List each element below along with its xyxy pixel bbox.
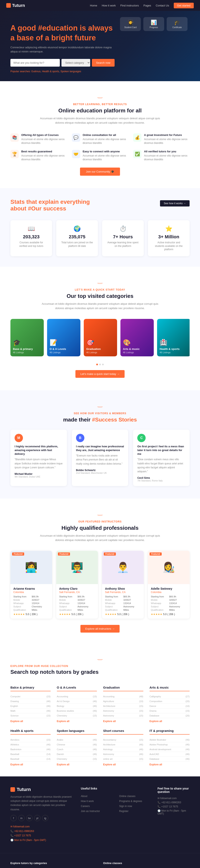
nav-pages[interactable]: Pages [144,4,151,7]
list-item[interactable]: Database(46) [150,757,190,762]
list-item[interactable]: Chemistry(15) [57,713,97,718]
feature-title-3: A great Investment for Future [144,133,190,136]
footer-link-how[interactable]: How it work [81,800,94,803]
list-item[interactable]: Astronomy(15) [103,713,143,718]
list-item[interactable]: Biology(46) [57,704,97,709]
popular-item-2[interactable]: Health & sports [42,70,59,73]
footer-link-about[interactable]: About [81,795,87,798]
stat-card-3: ⏱️ 7+ Hours Average learning time spent … [102,220,144,256]
popular-item-3[interactable]: Spoken languages [60,70,81,73]
story-role-1: 9th Standard, Dubai UAE [15,475,63,478]
social-youtube[interactable]: yt [34,815,40,821]
explore-link-7[interactable]: Explore all [103,763,116,766]
list-item[interactable]: Athletics(46) [10,742,51,747]
social-instagram[interactable]: ig [42,815,48,821]
see-how-button[interactable]: See how it works → [160,200,190,207]
list-item[interactable]: Drawing(46) [10,699,51,704]
category-select[interactable]: Select category [61,59,90,67]
search-col-list-7: Accountancy(15) Architecture(46) Astrolo… [103,738,143,762]
quick-start-button[interactable]: Let's make a quick start today → [76,370,124,378]
hero-card-2: 📊 Progress [143,17,164,31]
instructor-rating-1: ★★★★★ 5.0 (206) [13,613,49,616]
explore-link-8[interactable]: Explore all [150,763,162,766]
explore-link-6[interactable]: Explore all [57,763,69,766]
join-community-button[interactable]: Join our Community 🎓 [80,167,120,176]
hero-subtext: Connecteur adipiscing elitredo eiusmod t… [10,45,115,54]
social-twitter[interactable]: tw [26,815,32,821]
list-item[interactable]: Agriculture(10) [103,699,143,704]
category-card-5[interactable]: 🏥 Health & sports 46 Listings [157,319,190,356]
instructor-card-3: 👨‍💼 Featured Anthony Shoo Salt Fernando,… [102,551,144,619]
navbar: Tuturn Home How it work Find instructors… [0,0,200,11]
nav-links: Home How it work Find instructors Pages … [90,3,194,8]
list-item[interactable]: Accountancy(15) [103,738,143,742]
list-item[interactable]: Dance(10) [150,704,190,709]
list-item[interactable]: Science(15) [10,713,51,718]
footer-link-careers[interactable]: Careers [81,805,90,808]
footer-link-register[interactable]: Register [119,810,128,813]
list-item[interactable]: Astronomy(15) [103,709,143,713]
category-card-2[interactable]: 📝 O & A Levels 46 Listings [47,319,80,356]
list-item[interactable]: Baseball(14) [10,752,51,757]
list-item[interactable]: Computer(15) [10,694,51,699]
list-item[interactable]: Art & Design(46) [57,699,97,704]
list-item[interactable]: Architecture(15) [103,704,143,709]
explore-link-1[interactable]: Explore all [10,720,23,723]
list-item[interactable]: Astrology(46) [103,747,143,752]
category-card-4[interactable]: 🎨 Arts & music 46 Listings [120,319,154,356]
search-col-6: Spoken languages Arabic(46) Chinese(46) … [57,729,97,766]
footer-link-programs[interactable]: Programs & degrees [119,800,142,803]
footer-link-online[interactable]: Online classes [119,795,136,798]
footer-link-join[interactable]: Join as Instructor [81,810,100,813]
list-item[interactable]: Aerobics(15) [10,738,51,742]
list-item[interactable]: Arabic(46) [57,738,97,742]
list-item[interactable]: Architecture(46) [103,742,143,747]
explore-link-5[interactable]: Explore all [10,763,23,766]
stories-label: See how our visitors & members [10,412,190,415]
list-item[interactable]: AutoCAD(46) [150,752,190,757]
nav-home[interactable]: Home [90,4,97,7]
search-col-heading-6: Spoken languages [57,729,97,735]
list-item[interactable]: Astronomy(46) [103,752,143,757]
feature-icon-1: 📚 [10,133,19,142]
footer-link-signin[interactable]: Sign in now [119,805,132,808]
explore-link-3[interactable]: Explore all [103,720,116,723]
feature-desc-6: Accumsan et utome vilio dignose seros di… [144,154,190,161]
list-item[interactable]: Czech(46) [57,747,97,752]
list-item[interactable]: Calligraphy(27) [150,694,190,699]
list-item[interactable]: Badminton(46) [10,747,51,752]
popular-item-1[interactable]: Guitmus [31,70,40,73]
category-card-1[interactable]: 🎓 Base & primary 46 Listings [10,319,44,356]
list-item[interactable]: Accounting(48) [103,694,143,699]
get-started-button[interactable]: Get started [174,3,194,8]
explore-link-4[interactable]: Explore all [150,720,162,723]
list-item[interactable]: Chinese(46) [57,742,97,747]
social-facebook[interactable]: f [10,815,17,821]
nav-contact[interactable]: Contact Us [155,4,169,7]
list-item[interactable]: Math(46) [10,709,51,713]
list-item[interactable]: Adobe Illustrator(46) [150,738,190,742]
explore-link-2[interactable]: Explore all [57,720,69,723]
list-item[interactable]: Business studies(46) [57,709,97,713]
list-item[interactable]: online art(15) [103,757,143,762]
brand-logo[interactable]: Tuturn [6,3,25,8]
list-item[interactable]: Composition(20) [150,699,190,704]
categories-title: Our top visited categories [10,293,190,299]
list-item[interactable]: Accounting(15) [57,694,97,699]
search-button[interactable]: Search now [92,59,115,67]
list-item[interactable]: English(46) [10,704,51,709]
list-item[interactable]: Baseball(14) [10,757,51,762]
search-input[interactable] [10,59,60,67]
nav-how[interactable]: How it work [102,4,116,7]
list-item[interactable]: Chemistry(15) [57,757,97,762]
list-item[interactable]: Danish(46) [57,752,97,757]
explore-instructors-button[interactable]: Explore all instructors → [80,625,120,632]
social-linkedin[interactable]: in [18,815,25,821]
list-item[interactable]: Adobe Photoshop(46) [150,742,190,747]
category-card-3[interactable]: 🎯 Graduation 46 Listings [84,319,117,356]
nav-instructors[interactable]: Find instructors [120,4,139,7]
list-item[interactable]: Drama(15) [150,709,190,713]
list-item[interactable]: Database(20) [150,713,190,718]
search-cols: Balce & primary Computer(15) Drawing(46)… [10,686,190,723]
list-item[interactable]: Android development(46) [150,747,190,752]
